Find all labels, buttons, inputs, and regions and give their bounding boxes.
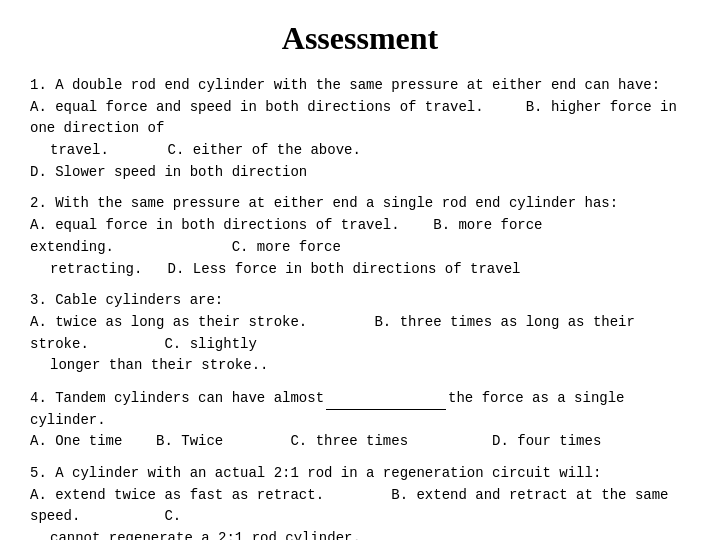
q4-blank (326, 387, 446, 410)
q3-answer-c-cont: longer than their stroke.. (30, 355, 690, 377)
q1-text: 1. A double rod end cylinder with the sa… (30, 75, 690, 97)
assessment-content: 1. A double rod end cylinder with the sa… (30, 75, 690, 540)
q5-answer-a: A. extend twice as fast as retract. B. e… (30, 485, 690, 528)
q4-text: 4. Tandem cylinders can have almost the … (30, 387, 690, 431)
q1-answer-a: A. equal force and speed in both directi… (30, 97, 690, 140)
question-2: 2. With the same pressure at either end … (30, 193, 690, 280)
question-1: 1. A double rod end cylinder with the sa… (30, 75, 690, 183)
q5-answer-c-cont: cannot regenerate a 2:1 rod cylinder. (30, 528, 690, 540)
page-title: Assessment (30, 20, 690, 57)
question-4: 4. Tandem cylinders can have almost the … (30, 387, 690, 453)
q3-text: 3. Cable cylinders are: (30, 290, 690, 312)
q1-answer-d: D. Slower speed in both direction (30, 162, 690, 184)
q4-answers: A. One time B. Twice C. three times D. f… (30, 431, 690, 453)
question-3: 3. Cable cylinders are: A. twice as long… (30, 290, 690, 377)
q5-text: 5. A cylinder with an actual 2:1 rod in … (30, 463, 690, 485)
q1-answer-a-cont: travel. C. either of the above. (30, 140, 690, 162)
q3-answer-a: A. twice as long as their stroke. B. thr… (30, 312, 690, 355)
q2-text: 2. With the same pressure at either end … (30, 193, 690, 215)
q2-answer-c-cont: retracting. D. Less force in both direct… (30, 259, 690, 281)
question-5: 5. A cylinder with an actual 2:1 rod in … (30, 463, 690, 540)
q2-answer-a: A. equal force in both directions of tra… (30, 215, 690, 258)
